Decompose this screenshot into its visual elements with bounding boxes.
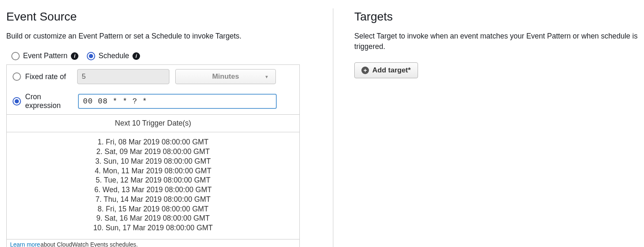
radio-icon <box>11 52 20 60</box>
trigger-date-item: Sun, 17 Mar 2019 08:00:00 GMT <box>7 223 299 233</box>
trigger-date-item: Tue, 12 Mar 2019 08:00:00 GMT <box>7 175 299 185</box>
fixed-rate-input <box>77 69 169 84</box>
cron-option[interactable]: Cron expression <box>13 93 72 110</box>
trigger-date-item: Fri, 15 Mar 2019 08:00:00 GMT <box>7 204 299 214</box>
trigger-date-item: Sat, 16 Mar 2019 08:00:00 GMT <box>7 214 299 223</box>
trigger-date-item: Fri, 08 Mar 2019 08:00:00 GMT <box>7 137 299 147</box>
trigger-date-item: Wed, 13 Mar 2019 08:00:00 GMT <box>7 185 299 195</box>
fixed-rate-label: Fixed rate of <box>25 72 66 81</box>
radio-icon <box>13 72 21 81</box>
learn-more-link[interactable]: Learn more <box>10 241 40 247</box>
trigger-date-item: Mon, 11 Mar 2019 08:00:00 GMT <box>7 166 299 176</box>
schedule-footer: Learn moreabout CloudWatch Events schedu… <box>7 239 299 247</box>
event-source-panel: Event Source Build or customize an Event… <box>6 8 333 247</box>
event-source-description: Build or customize an Event Pattern or s… <box>6 31 325 41</box>
targets-title: Targets <box>354 10 638 23</box>
event-source-title: Event Source <box>6 10 325 23</box>
trigger-date-item: Thu, 14 Mar 2019 08:00:00 GMT <box>7 195 299 204</box>
event-pattern-option[interactable]: Event Pattern i <box>11 51 78 60</box>
add-target-label: Add target* <box>372 66 411 75</box>
targets-panel: Targets Select Target to invoke when an … <box>333 8 638 247</box>
schedule-label: Schedule <box>99 51 129 60</box>
event-pattern-label: Event Pattern <box>23 51 68 60</box>
add-target-button[interactable]: + Add target* <box>354 62 418 78</box>
cron-label: Cron expression <box>25 93 72 110</box>
targets-description: Select Target to invoke when an event ma… <box>354 31 638 52</box>
fixed-rate-unit-select: Minutes ▼ <box>175 69 276 84</box>
fixed-rate-unit-label: Minutes <box>212 72 239 81</box>
info-icon[interactable]: i <box>71 52 78 60</box>
trigger-date-item: Sat, 09 Mar 2019 08:00:00 GMT <box>7 147 299 157</box>
learn-more-text: about CloudWatch Events schedules. <box>41 241 138 247</box>
trigger-dates-list: Fri, 08 Mar 2019 08:00:00 GMTSat, 09 Mar… <box>7 132 299 239</box>
plus-icon: + <box>361 67 369 74</box>
chevron-down-icon: ▼ <box>265 75 269 79</box>
trigger-dates-header: Next 10 Trigger Date(s) <box>7 114 299 132</box>
schedule-box: Fixed rate of Minutes ▼ Cron expression … <box>6 64 300 247</box>
fixed-rate-option[interactable]: Fixed rate of <box>13 72 71 81</box>
radio-icon <box>87 52 95 60</box>
schedule-option[interactable]: Schedule i <box>87 51 140 60</box>
radio-icon <box>13 97 21 105</box>
trigger-date-item: Sun, 10 Mar 2019 08:00:00 GMT <box>7 157 299 166</box>
info-icon[interactable]: i <box>132 52 140 60</box>
cron-input[interactable] <box>78 94 277 109</box>
